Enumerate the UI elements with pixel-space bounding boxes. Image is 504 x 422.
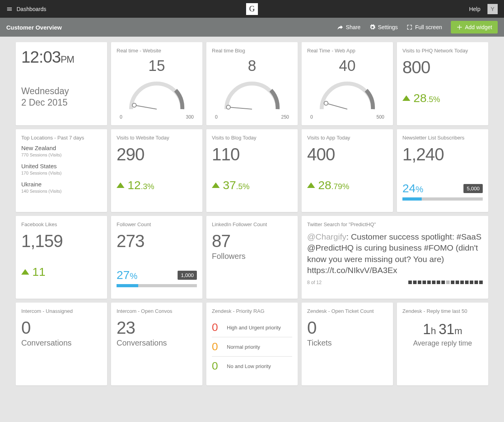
carousel-dots[interactable] (407, 280, 483, 285)
widget-title: Follower Count (117, 221, 197, 227)
plus-icon (456, 24, 463, 30)
list-item: United States170 Sessions (Visits) (21, 163, 102, 175)
dashboards-link[interactable]: Dashboards (17, 6, 46, 12)
widget-title: Intercom - Unassigned (21, 308, 102, 314)
rag-row: 0No and Low priority (212, 357, 292, 376)
gauge-value: 40 (307, 58, 387, 74)
svg-line-2 (228, 107, 252, 109)
gear-icon (369, 24, 376, 30)
menu-icon[interactable] (6, 6, 13, 12)
rag-row: 0Normal priority (212, 337, 292, 357)
gauge-value: 15 (117, 58, 197, 74)
metric-sublabel: Followers (212, 252, 292, 261)
metric-value: 0 (307, 318, 387, 338)
widget-title: Real time Blog (212, 48, 292, 54)
zendesk-reply-widget[interactable]: Zendesk - Reply time last 50 1h 31m Aver… (397, 303, 488, 385)
widget-title: Visits to Blog Today (212, 135, 292, 141)
app-logo[interactable]: G (246, 3, 258, 15)
metric-delta: 28.5% (402, 91, 483, 105)
metric-sublabel: Tickets (307, 338, 387, 348)
metric-value: 273 (117, 231, 197, 251)
fullscreen-icon (406, 24, 413, 30)
list-item: Ukraine140 Sessions (Visits) (21, 181, 102, 193)
widget-title: Real time - Website (117, 48, 197, 54)
locations-widget[interactable]: Top Locations - Past 7 days New Zealand7… (16, 129, 107, 212)
tweet-index: 8 of 12 (307, 280, 322, 285)
twitter-search-widget[interactable]: Twitter Search for "PredictHQ" @Chargify… (302, 216, 488, 299)
dashboard-header: Customer Overview Share Settings Full sc… (0, 18, 504, 37)
share-button[interactable]: Share (337, 24, 360, 30)
page-title: Customer Overview (6, 24, 62, 31)
up-arrow-icon (307, 182, 315, 188)
progress-bar (117, 284, 197, 287)
up-arrow-icon (21, 269, 29, 275)
widget-grid: 12:03PM Wednesday 2 Dec 2015 Real time -… (0, 37, 504, 391)
facebook-likes-widget[interactable]: Facebook Likes 1,159 11 (16, 216, 107, 299)
up-arrow-icon (212, 182, 220, 188)
widget-title: Zendesk - Reply time last 50 (402, 308, 483, 314)
up-arrow-icon (402, 95, 410, 101)
metric-percent: 24% (402, 182, 423, 195)
widget-title: Facebook Likes (21, 221, 102, 227)
gauge-chart: 0 250 (212, 78, 292, 120)
goal-badge: 1,000 (178, 271, 197, 280)
metric-delta: 28.79% (307, 178, 387, 192)
gauge-value: 8 (212, 58, 292, 74)
settings-button[interactable]: Settings (369, 24, 398, 30)
widget-title: Visits to Website Today (117, 135, 197, 141)
clock-date: 2 Dec 2015 (21, 97, 102, 108)
topbar: Dashboards G Help Y (0, 0, 504, 18)
fullscreen-button[interactable]: Full screen (406, 24, 442, 30)
widget-title: Twitter Search for "PredictHQ" (307, 221, 483, 227)
metric-value: 800 (402, 58, 483, 77)
metric-value: 23 (117, 318, 197, 338)
visits-app-widget[interactable]: Visits to App Today 400 28.79% (302, 129, 393, 212)
metric-sublabel: Average reply time (402, 339, 483, 348)
metric-value: 87 (212, 231, 292, 251)
svg-point-3 (226, 105, 230, 109)
metric-delta: 12.3% (117, 178, 197, 192)
user-avatar[interactable]: Y (487, 4, 498, 14)
help-link[interactable]: Help (469, 6, 480, 12)
newsletter-widget[interactable]: Newsletter List Subscribers 1,240 24% 5,… (397, 129, 488, 212)
progress-bar (402, 197, 483, 201)
reply-time-value: 1h 31m (402, 321, 483, 338)
widget-title: Intercom - Open Convos (117, 308, 197, 314)
svg-point-5 (324, 101, 328, 105)
metric-sublabel: Conversations (21, 338, 102, 348)
zendesk-open-widget[interactable]: Zendesk - Open Ticket Count 0 Tickets (302, 303, 393, 385)
metric-value: 290 (117, 145, 197, 164)
rag-row: 0High and Urgent priority (212, 318, 292, 337)
visits-blog-widget[interactable]: Visits to Blog Today 110 37.5% (206, 129, 298, 212)
tweet-text: @Chargify: Customer success spotlight: #… (307, 231, 483, 276)
widget-title: Visits to PHQ Network Today (402, 48, 483, 54)
clock-widget[interactable]: 12:03PM Wednesday 2 Dec 2015 (16, 42, 107, 125)
zendesk-rag-widget[interactable]: Zendesk - Priority RAG 0High and Urgent … (206, 303, 298, 385)
metric-value: 110 (212, 145, 292, 164)
widget-title: Visits to App Today (307, 135, 387, 141)
metric-percent: 27% (117, 268, 137, 282)
intercom-open-widget[interactable]: Intercom - Open Convos 23 Conversations (111, 303, 202, 385)
gauge-website-widget[interactable]: Real time - Website 15 0 300 (111, 42, 202, 125)
gauge-chart: 0 300 (117, 78, 197, 120)
clock-ampm: PM (61, 54, 74, 65)
widget-title: Newsletter List Subscribers (402, 135, 483, 141)
visits-website-widget[interactable]: Visits to Website Today 290 12.3% (111, 129, 202, 212)
phq-visits-widget[interactable]: Visits to PHQ Network Today 800 28.5% (397, 42, 488, 125)
linkedin-widget[interactable]: LinkedIn Follower Count 87 Followers (206, 216, 298, 299)
metric-delta: 11 (21, 265, 102, 279)
svg-line-4 (326, 103, 347, 109)
follower-count-widget[interactable]: Follower Count 273 27% 1,000 (111, 216, 202, 299)
gauge-webapp-widget[interactable]: Real Time - Web App 40 0 500 (302, 42, 393, 125)
svg-line-0 (134, 105, 157, 109)
clock-day: Wednesday (21, 86, 102, 97)
gauge-chart: 0 500 (307, 78, 387, 120)
widget-title: Zendesk - Priority RAG (212, 308, 292, 314)
intercom-unassigned-widget[interactable]: Intercom - Unassigned 0 Conversations (16, 303, 107, 385)
widget-title: Real Time - Web App (307, 48, 387, 54)
metric-sublabel: Conversations (117, 338, 197, 348)
gauge-blog-widget[interactable]: Real time Blog 8 0 250 (206, 42, 298, 125)
add-widget-button[interactable]: Add widget (451, 21, 498, 33)
list-item: New Zealand770 Sessions (Visits) (21, 145, 102, 157)
clock-time: 12:03 (21, 48, 61, 66)
